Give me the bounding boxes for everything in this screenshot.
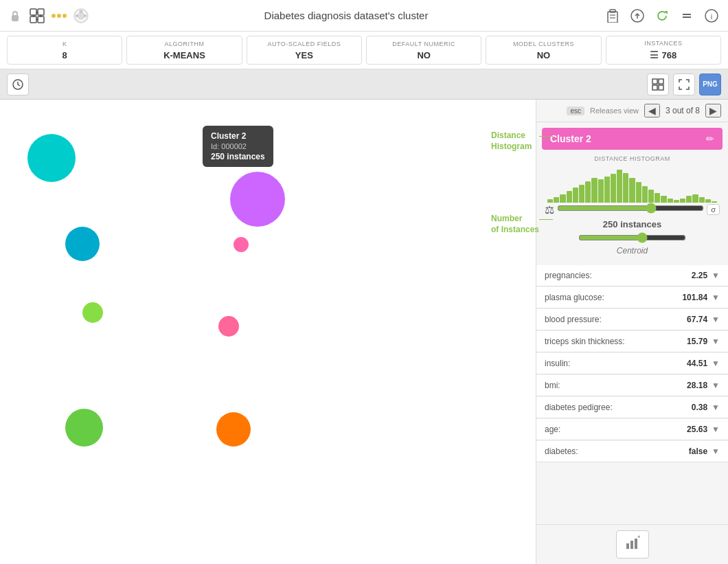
bubble-2[interactable] [65,227,100,261]
histogram-bar-0 [547,199,553,203]
panel-footer: + [536,524,728,564]
cluster-edit-button[interactable]: ✏ [706,133,714,144]
histogram-bar-19 [668,199,673,203]
history-button[interactable] [7,74,29,95]
field-expand-button-2[interactable]: ▼ [712,315,720,324]
svg-text:i: i [711,12,712,21]
svg-point-5 [36,11,38,13]
app-container: Diabetes diagnosis dataset's cluster i K… [0,0,728,564]
meta-model-clusters-value: NO [537,50,551,60]
meta-k-label: K [62,41,67,47]
main-content: Cluster 2 Id: 000002 250 instances esc R… [0,100,728,564]
png-export-button[interactable]: PNG [699,74,721,95]
distance-histogram-label: DISTANCE HISTOGRAM [542,155,723,162]
bubble-5[interactable] [218,316,239,337]
nav-prev-button[interactable]: ◀ [644,104,660,117]
field-expand-button-0[interactable]: ▼ [712,271,720,280]
distance-histogram-section: DISTANCE HISTOGRAM ⚖ σ 250 instances [536,155,728,265]
field-value-8: false [689,447,707,456]
svg-rect-28 [659,79,663,84]
nav-next-button[interactable]: ▶ [705,104,721,117]
nav-counter: 3 out of 8 [666,106,700,115]
sigma-button[interactable]: σ [707,204,720,215]
field-label-7: age: [545,425,560,434]
bubble-4[interactable] [82,302,103,323]
field-expand-button-7[interactable]: ▼ [712,425,720,434]
bubble-1[interactable] [230,172,285,227]
meta-k: K 8 [7,36,122,65]
histogram-bar-20 [674,200,679,203]
field-value-0: 2.25 [692,271,707,280]
histogram-bar-15 [642,186,648,203]
info-icon[interactable]: i [702,6,721,25]
svg-rect-31 [626,543,629,549]
histogram-bar-8 [598,179,604,203]
field-expand-button-8[interactable]: ▼ [712,447,720,456]
cluster-visualization[interactable]: Cluster 2 Id: 000002 250 instances [0,100,536,564]
field-value-6: 0.38 [692,403,707,412]
meta-instances-value: ☰ 768 [650,49,676,60]
field-expand-button-5[interactable]: ▼ [712,381,720,390]
field-label-5: bmi: [545,381,560,390]
svg-rect-1 [30,9,36,15]
field-expand-button-3[interactable]: ▼ [712,337,720,346]
header-actions: i [603,6,721,25]
histogram-bar-10 [611,174,616,203]
zoom-fit-button[interactable] [647,74,669,95]
centroid-slider[interactable] [578,232,687,243]
refresh-icon[interactable] [652,6,672,25]
meta-auto-scaled-value: YES [295,50,313,60]
field-label-8: diabetes: [545,447,578,456]
histogram-bar-11 [617,170,622,203]
svg-rect-0 [12,15,19,21]
svg-point-6 [33,14,35,16]
cluster-icon[interactable] [29,8,45,24]
esc-badge: esc [567,106,584,115]
field-row-5: bmi:28.18▼ [536,375,728,396]
histogram-bar-17 [655,193,660,203]
field-expand-button-4[interactable]: ▼ [712,359,720,368]
releases-view-label: Releases view [590,106,639,115]
svg-rect-32 [630,541,633,549]
cluster-name-label: Cluster 2 [550,133,591,144]
field-expand-button-1[interactable]: ▼ [712,293,720,302]
upload-icon[interactable] [628,6,647,25]
svg-rect-18 [610,10,615,12]
svg-rect-29 [652,85,657,90]
field-value-7: 25.63 [687,425,707,434]
clipboard-icon[interactable] [603,6,622,25]
histogram-bar-9 [604,177,610,203]
meta-default-numeric-label: DEFAULT NUMERIC [392,41,455,47]
histogram-bar-21 [680,199,685,203]
svg-rect-30 [659,85,663,90]
histogram-slider[interactable] [557,203,704,214]
meta-model-clusters: MODEL CLUSTERS NO [486,36,601,65]
field-row-7: age:25.63▼ [536,419,728,440]
meta-instances-label: INSTANCES [644,40,682,47]
bubble-6[interactable] [65,409,103,447]
page-title: Diabetes diagnosis dataset's cluster [95,10,598,21]
action-icon[interactable] [51,8,67,24]
svg-point-8 [36,18,38,20]
histogram-bar-5 [579,185,584,203]
histogram-bars [545,165,720,203]
bubble-3[interactable] [234,237,249,252]
meta-instances: INSTANCES ☰ 768 [606,36,721,65]
field-row-4: insulin:44.51▼ [536,353,728,374]
histogram-bar-3 [567,191,572,203]
field-rows: pregnancies:2.25▼plasma glucose:101.84▼b… [536,265,728,524]
equals-icon[interactable] [677,6,696,25]
histogram-bar-18 [661,196,666,203]
histogram-bar-13 [629,178,635,203]
histogram-bar-7 [591,178,597,203]
add-chart-button[interactable]: + [616,530,649,559]
field-expand-button-6[interactable]: ▼ [712,403,720,412]
svg-point-15 [84,14,86,16]
svg-point-7 [40,14,42,16]
field-row-6: diabetes pedigree:0.38▼ [536,397,728,418]
bubble-0[interactable] [27,134,76,182]
bubble-7[interactable] [216,412,251,447]
meta-auto-scaled-label: AUTO-SCALED FIELDS [267,41,341,47]
field-value-4: 44.51 [687,359,707,368]
fullscreen-button[interactable] [673,74,695,95]
